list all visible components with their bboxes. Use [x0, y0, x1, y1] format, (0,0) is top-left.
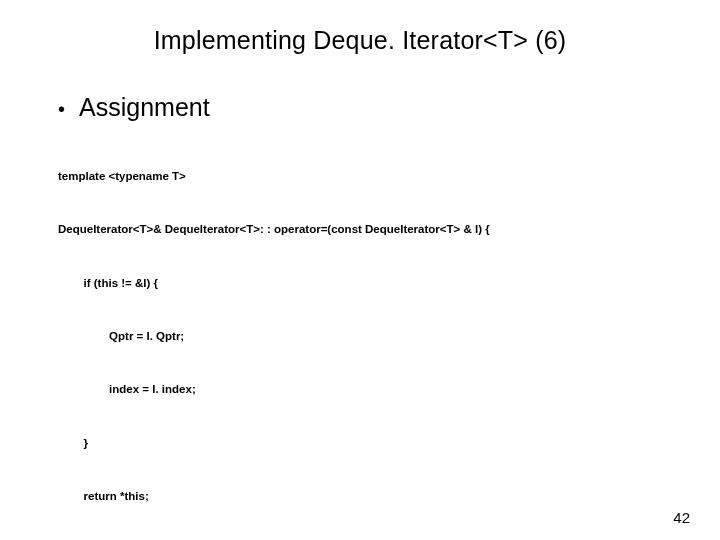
code-line: DequeIterator<T>& DequeIterator<T>: : op…	[58, 221, 680, 239]
bullet-dot-icon: •	[58, 99, 65, 119]
code-line: return *this;	[58, 488, 680, 506]
bullet-item: • Assignment	[58, 93, 680, 122]
slide: Implementing Deque. Iterator<T> (6) • As…	[0, 0, 720, 540]
slide-title: Implementing Deque. Iterator<T> (6)	[40, 26, 680, 55]
code-line: if (this != &I) {	[58, 275, 680, 293]
code-line: Qptr = I. Qptr;	[58, 328, 680, 346]
code-block: template <typename T> DequeIterator<T>& …	[58, 132, 680, 540]
code-line: template <typename T>	[58, 168, 680, 186]
bullet-text: Assignment	[79, 93, 210, 122]
code-line: }	[58, 435, 680, 453]
page-number: 42	[673, 509, 690, 526]
code-line: index = I. index;	[58, 381, 680, 399]
